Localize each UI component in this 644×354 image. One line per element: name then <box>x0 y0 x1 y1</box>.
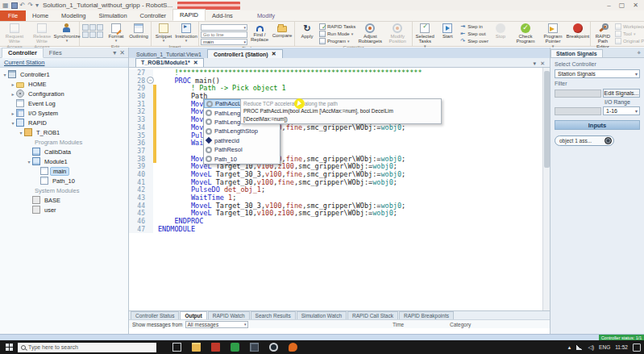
pin-icon[interactable]: ⌖ <box>637 49 644 57</box>
instruction-button[interactable]: Instruction▾ <box>176 23 197 44</box>
tree-item-event-log[interactable]: Event Log <box>0 98 128 108</box>
expand-icon[interactable]: ▸ <box>10 110 16 116</box>
check-program-button[interactable]: ✓Check Program <box>513 23 538 44</box>
close-icon[interactable]: ✕ <box>272 51 276 57</box>
rapid-tasks-button[interactable]: RAPID Tasks <box>319 23 355 30</box>
compare-button[interactable]: Compare <box>272 23 293 38</box>
expand-icon[interactable]: ▸ <box>10 81 16 87</box>
code-line-47[interactable]: 47ENDMODULE <box>129 226 542 234</box>
tab-modeling[interactable]: Modeling <box>55 10 92 21</box>
stop-button[interactable]: Stop <box>490 23 511 39</box>
tab-module1[interactable]: T_ROB1/Module1*✕ <box>135 58 204 67</box>
close-icon[interactable]: ✕ <box>193 60 198 66</box>
filter-input-2[interactable] <box>555 107 601 115</box>
collapse-icon[interactable]: ▾ <box>18 130 24 135</box>
tab-station-view[interactable]: Solution_1_Tutorial:View1 <box>131 51 207 58</box>
app-icon-monitor[interactable] <box>250 343 259 352</box>
scope-combo[interactable]: main <box>201 39 247 45</box>
app-menu-icon[interactable]: ▦ <box>2 2 9 9</box>
modify-position-button[interactable]: Modify Position <box>384 23 410 44</box>
start-button[interactable]: Start <box>437 23 458 39</box>
fold-marker-icon[interactable] <box>147 77 153 85</box>
tab-rapid[interactable]: RAPID <box>172 9 206 21</box>
apply-button[interactable]: ↻Apply <box>297 23 318 39</box>
tab-controller-browser[interactable]: Controller <box>2 48 44 58</box>
synchronize-button[interactable]: Synchronize▾ <box>56 23 77 44</box>
tree-item-configuration[interactable]: ▸Configuration <box>0 89 128 98</box>
tab-simulation[interactable]: Simulation <box>93 10 134 21</box>
tab-output[interactable]: Output <box>180 311 206 319</box>
find-replace-button[interactable]: Find / Replace <box>249 23 270 43</box>
program-pointer-button[interactable]: Program Pointer▾ <box>540 23 566 48</box>
autocomplete-item-pathrecid[interactable]: pathrecid <box>204 136 280 145</box>
snippet-button[interactable]: Snippet▾ <box>153 23 174 44</box>
save-icon[interactable] <box>11 2 18 9</box>
robotstudio-app-icon[interactable] <box>211 343 220 352</box>
signal-chip[interactable]: object 1 ass... <box>555 135 614 146</box>
collapse-icon[interactable]: ▾ <box>2 72 8 77</box>
io-range-combo[interactable]: 1-16 <box>603 106 640 115</box>
tray-expand-icon[interactable]: ▲ <box>567 345 571 350</box>
run-mode-button[interactable]: Run Mode▾ <box>319 31 355 37</box>
collapse-icon[interactable]: ▾ <box>26 159 32 165</box>
tree-item-rapid[interactable]: ▾RAPID <box>0 118 128 127</box>
qat-dropdown-icon[interactable]: ▾ <box>35 2 39 9</box>
tab-files-browser[interactable]: Files <box>44 48 68 57</box>
step-over-button[interactable]: ↷Step over <box>459 38 488 44</box>
tab-controller[interactable]: Controller <box>134 10 173 21</box>
tree-item-program-modules[interactable]: Program Modules <box>0 137 128 147</box>
task-view-icon[interactable] <box>172 343 181 352</box>
minimize-button[interactable]: – <box>607 2 610 9</box>
tree-item-path-10[interactable]: Path_10 <box>0 176 128 185</box>
step-out-button[interactable]: ⇤Step out <box>459 31 488 37</box>
tree-item-module1[interactable]: ▾Module1 <box>0 156 128 166</box>
controller-select-combo[interactable]: Station Signals <box>555 69 640 78</box>
code-line-36[interactable]: 36 WaitTime 1; <box>129 140 542 148</box>
notification-center-icon[interactable] <box>633 344 641 352</box>
tab-modify[interactable]: Modify <box>251 10 281 21</box>
message-filter-combo[interactable]: All messages <box>185 321 248 328</box>
file-explorer-icon[interactable] <box>192 343 201 352</box>
search-combo[interactable] <box>201 24 247 31</box>
tool-button[interactable]: Tool▾ <box>615 31 644 37</box>
station-signals-title[interactable]: Station Signals <box>551 49 603 57</box>
tree-item-system-modules[interactable]: System Modules <box>0 185 128 195</box>
autocomplete-item-pathresol[interactable]: PathResol <box>204 145 280 154</box>
chevron-down-icon[interactable]: ▾ <box>534 60 537 67</box>
output-message-list[interactable] <box>129 328 550 334</box>
tab-controller-station[interactable]: Controller1 (Station)✕ <box>207 49 283 58</box>
tab-controller-status[interactable]: Controller Status <box>131 311 179 319</box>
editor-scrollbar[interactable] <box>542 68 550 310</box>
tree-item-t-rob1[interactable]: ▾T_ROB1 <box>0 127 128 137</box>
tab-file[interactable]: File <box>0 10 26 21</box>
original-positions-button[interactable]: Original Positions <box>615 38 644 44</box>
tab-search-results[interactable]: Search Results <box>251 311 296 319</box>
format-button[interactable]: Format▾ <box>106 23 127 44</box>
expand-icon[interactable]: ▸ <box>10 91 16 97</box>
tab-rapid-watch[interactable]: RAPID Watch <box>208 311 250 319</box>
edit-signals-button[interactable]: Edit Signals... <box>603 89 640 98</box>
tab-home[interactable]: Home <box>26 10 55 21</box>
adjust-robtargets-button[interactable]: Adjust Robtargets <box>357 23 383 44</box>
step-in-button[interactable]: ⇥Step in <box>459 23 488 30</box>
undo-icon[interactable]: ↶ <box>20 2 26 9</box>
network-icon[interactable] <box>576 344 583 350</box>
language-indicator[interactable]: ENG <box>599 344 610 350</box>
redo-icon[interactable]: ↷ <box>27 2 33 9</box>
code-editor[interactable]: 27 !************************************… <box>129 68 550 310</box>
autocomplete-item-pathlengthstop[interactable]: PathLengthStop <box>204 127 280 135</box>
collapse-icon[interactable]: ▾ <box>10 120 16 126</box>
rapid-path-editor-button[interactable]: RAPID Path Editor <box>592 23 613 49</box>
maximize-button[interactable]: ▢ <box>619 2 625 9</box>
tab-add-ins[interactable]: Add-Ins <box>206 10 239 21</box>
tree-item-user[interactable]: user <box>0 205 128 214</box>
tab-rapid-breakpoints[interactable]: RAPID Breakpoints <box>399 311 454 319</box>
browser-icon[interactable] <box>269 343 278 352</box>
clock[interactable]: 11:52 <box>615 344 628 350</box>
workpiece-button[interactable]: Workpiece▾ <box>615 23 644 30</box>
program-button[interactable]: Program▾ <box>319 38 355 44</box>
breakpoint-button[interactable]: Breakpoint <box>567 23 588 39</box>
tab-simulation-watch[interactable]: Simulation Watch <box>297 311 347 319</box>
tree-item-main[interactable]: main <box>0 166 128 176</box>
release-write-access-button[interactable]: Release Write Access <box>29 23 55 49</box>
